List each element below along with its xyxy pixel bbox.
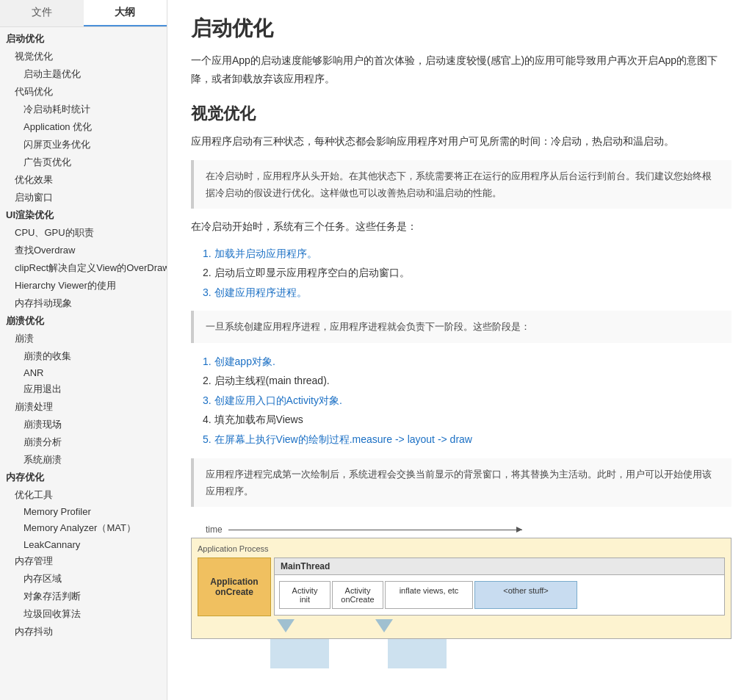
sidebar-item-crash-handle[interactable]: 崩溃处理 xyxy=(0,398,167,416)
task-item-1: 2. 启动后立即显示应用程序空白的启动窗口。 xyxy=(203,263,731,283)
sidebar-item-splash-theme-opt[interactable]: 启动主题优化 xyxy=(0,65,167,83)
sidebar-item-opt-effect[interactable]: 优化效果 xyxy=(0,171,167,189)
sidebar-item-crash-opt[interactable]: 崩溃优化 xyxy=(0,312,167,330)
activity-init-block: Activityinit xyxy=(279,581,330,609)
phase-list: 1. 创建app对象.2. 启动主线程(main thread).3. 创建应用… xyxy=(203,352,731,450)
time-text: time xyxy=(206,524,223,535)
sidebar-item-memory-jitter2[interactable]: 内存抖动 xyxy=(0,623,167,641)
app-process-label: Application Process xyxy=(198,544,725,553)
sidebar-item-startup-opt[interactable]: 启动优化 xyxy=(0,30,167,48)
sidebar-item-ui-render-opt[interactable]: UI渲染优化 xyxy=(0,206,167,224)
sidebar-item-system-crash[interactable]: 系统崩溃 xyxy=(0,451,167,469)
blockquote1-text: 在冷启动时，应用程序从头开始。在其他状态下，系统需要将正在运行的应用程序从后台运… xyxy=(206,170,712,198)
task-list: 1. 加载并启动应用程序。2. 启动后立即显示应用程序空白的启动窗口。3. 创建… xyxy=(203,244,731,303)
sidebar-item-anr[interactable]: ANR xyxy=(0,365,167,380)
task-item-2: 3. 创建应用程序进程。 xyxy=(203,283,731,303)
sidebar-item-opt-tools[interactable]: 优化工具 xyxy=(0,486,167,504)
blockquote-3: 应用程序进程完成第一次绘制后，系统进程会交换当前显示的背景窗口，将其替换为主活动… xyxy=(191,458,731,508)
sidebar-item-crash-analysis[interactable]: 崩溃分析 xyxy=(0,433,167,451)
tab-outline[interactable]: 大纲 xyxy=(84,0,167,26)
sidebar-tabs: 文件 大纲 xyxy=(0,0,167,27)
diagram-bottom-bars xyxy=(191,639,731,668)
bar-2 xyxy=(388,639,447,668)
sidebar-item-memory-profiler[interactable]: Memory Profiler xyxy=(0,504,167,519)
sidebar-item-visual-opt[interactable]: 视觉优化 xyxy=(0,48,167,65)
sidebar-item-crash-collect[interactable]: 崩溃的收集 xyxy=(0,347,167,365)
triangle-2 xyxy=(375,619,393,632)
sidebar-item-ad-page-opt[interactable]: 广告页优化 xyxy=(0,154,167,171)
diagram-container: time Application Process ApplicationonCr… xyxy=(191,524,731,668)
triangle-1 xyxy=(277,619,295,632)
app-oncreate-label: ApplicationonCreate xyxy=(210,577,258,597)
sidebar: 文件 大纲 启动优化视觉优化启动主题优化代码优化冷启动耗时统计Applicati… xyxy=(0,0,167,700)
section1-intro2: 在冷启动开始时，系统有三个任务。这些任务是： xyxy=(191,217,731,236)
sidebar-item-cliprect-customview[interactable]: clipRect解决自定义View的OverDraw xyxy=(0,259,167,277)
phase-item-4: 5. 在屏幕上执行View的绘制过程.measure -> layout -> … xyxy=(203,430,731,450)
sidebar-item-startup-window[interactable]: 启动窗口 xyxy=(0,189,167,206)
section1-title: 视觉优化 xyxy=(191,103,731,125)
sidebar-item-crash[interactable]: 崩溃 xyxy=(0,330,167,347)
sidebar-item-cold-start-time[interactable]: 冷启动耗时统计 xyxy=(0,101,167,118)
main-content: 启动优化 一个应用App的启动速度能够影响用户的首次体验，启动速度较慢(感官上)… xyxy=(167,0,755,700)
sidebar-item-cpu-gpu-role[interactable]: CPU、GPU的职责 xyxy=(0,224,167,242)
diagram-box: Application Process ApplicationonCreate … xyxy=(191,538,731,639)
task-item-0: 1. 加载并启动应用程序。 xyxy=(203,244,731,264)
sidebar-tree: 启动优化视觉优化启动主题优化代码优化冷启动耗时统计Application 优化闪… xyxy=(0,27,167,700)
blockquote-2: 一旦系统创建应用程序进程，应用程序进程就会负责下一阶段。这些阶段是： xyxy=(191,311,731,342)
sidebar-item-find-overdraw[interactable]: 查找Overdraw xyxy=(0,242,167,259)
phase-item-1: 2. 启动主线程(main thread). xyxy=(203,371,731,391)
time-arrow xyxy=(228,530,522,530)
sidebar-item-app-exit[interactable]: 应用退出 xyxy=(0,380,167,398)
app-oncreate-box: ApplicationonCreate xyxy=(198,558,271,616)
sidebar-item-memory-opt[interactable]: 内存优化 xyxy=(0,469,167,486)
sidebar-item-crash-scene[interactable]: 崩溃现场 xyxy=(0,416,167,433)
section1-para: 应用程序启动有三种状态，每种状态都会影响应用程序对用户可见所需的时间：冷启动，热… xyxy=(191,132,731,151)
main-thread-area: MainThread Activityinit ActivityonCreate… xyxy=(274,558,725,616)
sidebar-item-gc-method[interactable]: 垃圾回收算法 xyxy=(0,605,167,623)
blockquote2-text: 一旦系统创建应用程序进程，应用程序进程就会负责下一阶段。这些阶段是： xyxy=(206,321,530,332)
phase-item-3: 4. 填充加载布局Views xyxy=(203,410,731,430)
main-thread-label: MainThread xyxy=(275,558,724,575)
sidebar-item-application-opt[interactable]: Application 优化 xyxy=(0,118,167,136)
diagram-inner: ApplicationonCreate MainThread Activityi… xyxy=(198,558,725,616)
phase-item-2: 3. 创建应用入口的Activity对象. xyxy=(203,391,731,411)
blockquote-1: 在冷启动时，应用程序从头开始。在其他状态下，系统需要将正在运行的应用程序从后台运… xyxy=(191,160,731,209)
sidebar-item-memory-jitter[interactable]: 内存抖动现象 xyxy=(0,295,167,312)
time-label: time xyxy=(206,524,731,535)
sidebar-item-memory-manage[interactable]: 内存管理 xyxy=(0,552,167,570)
bar-1 xyxy=(270,639,329,668)
sidebar-item-memory-analyzer[interactable]: Memory Analyzer（MAT） xyxy=(0,519,167,537)
sidebar-item-code-opt[interactable]: 代码优化 xyxy=(0,83,167,101)
sidebar-item-flash-page-opt[interactable]: 闪屏页业务优化 xyxy=(0,136,167,154)
thread-blocks: Activityinit ActivityonCreate inflate vi… xyxy=(275,575,724,615)
inflate-views-block: inflate views, etc xyxy=(385,581,473,609)
activity-oncreate-block: ActivityonCreate xyxy=(332,581,383,609)
diagram-triangles xyxy=(198,619,725,632)
sidebar-item-leakcannary[interactable]: LeakCannary xyxy=(0,537,167,552)
sidebar-item-memory-region[interactable]: 内存区域 xyxy=(0,570,167,588)
sidebar-item-hierarchy-viewer[interactable]: Hierarchy Viewer的使用 xyxy=(0,277,167,295)
tab-file[interactable]: 文件 xyxy=(0,0,84,26)
sidebar-item-object-survival[interactable]: 对象存活判断 xyxy=(0,588,167,605)
intro-text: 一个应用App的启动速度能够影响用户的首次体验，启动速度较慢(感官上)的应用可能… xyxy=(191,51,731,88)
page-title: 启动优化 xyxy=(191,15,731,43)
phase-item-0: 1. 创建app对象. xyxy=(203,352,731,372)
blockquote3-text: 应用程序进程完成第一次绘制后，系统进程会交换当前显示的背景窗口，将其替换为主活动… xyxy=(206,469,712,497)
other-stuff-block: <other stuff> xyxy=(474,581,577,609)
